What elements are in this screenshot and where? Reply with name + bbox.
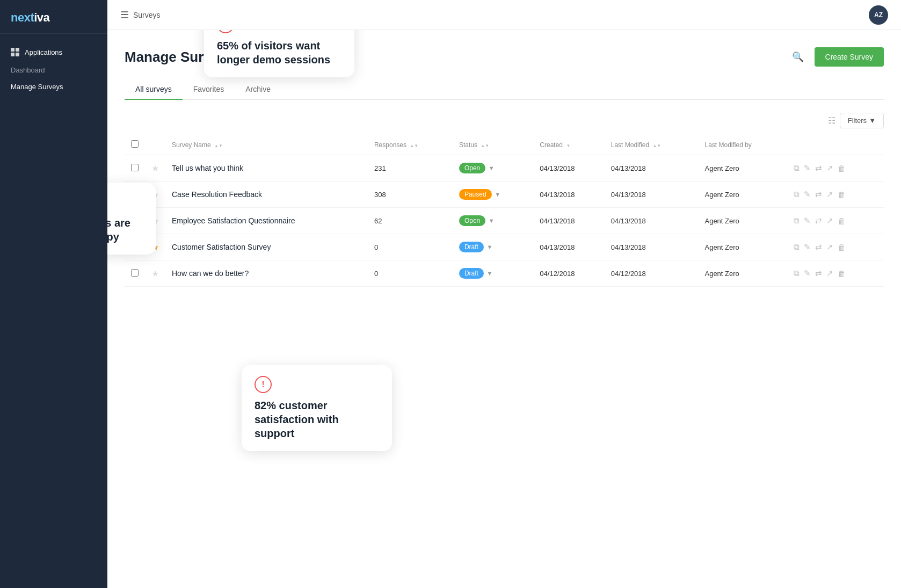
sidebar-nav-label: Applications xyxy=(25,48,62,56)
row-actions: ⧉ ✎ ⇄ ↗ 🗑 xyxy=(794,242,877,252)
th-survey-name[interactable]: Survey Name ▲▼ xyxy=(165,135,368,155)
star-icon[interactable]: ★ xyxy=(151,269,159,278)
user-avatar[interactable]: AZ xyxy=(869,5,888,25)
status-dropdown[interactable]: ▼ xyxy=(489,217,495,224)
chart-icon[interactable]: ✎ xyxy=(804,190,811,199)
select-all-checkbox[interactable] xyxy=(131,140,139,148)
export-icon[interactable]: ↗ xyxy=(826,190,833,199)
row-actions: ⧉ ✎ ⇄ ↗ 🗑 xyxy=(794,268,877,278)
tab-all-surveys[interactable]: All surveys xyxy=(125,79,183,100)
row-status: Open ▼ xyxy=(453,155,533,182)
export-icon[interactable]: ↗ xyxy=(826,216,833,226)
export-icon[interactable]: ↗ xyxy=(826,268,833,278)
row-actions-cell: ⧉ ✎ ⇄ ↗ 🗑 xyxy=(787,208,884,234)
row-actions: ⧉ ✎ ⇄ ↗ 🗑 xyxy=(794,190,877,199)
th-created[interactable]: Created ▼ xyxy=(533,135,604,155)
breadcrumb-label: Surveys xyxy=(133,11,161,19)
share-icon[interactable]: ⇄ xyxy=(815,216,822,226)
delete-icon[interactable]: 🗑 xyxy=(838,216,846,226)
row-actions-cell: ⧉ ✎ ⇄ ↗ 🗑 xyxy=(787,234,884,260)
copy-icon[interactable]: ⧉ xyxy=(794,216,800,226)
row-modified-by: Agent Zero xyxy=(698,208,787,234)
sort-arrows-responses: ▲▼ xyxy=(410,144,418,148)
row-checkbox[interactable] xyxy=(131,269,139,277)
table-row: ★ How can we do better? 0 Draft ▼ 04/12/… xyxy=(125,260,884,287)
chevron-down-icon: ▼ xyxy=(869,117,876,125)
export-icon[interactable]: ↗ xyxy=(826,242,833,252)
th-checkbox xyxy=(125,135,145,155)
row-survey-name: Tell us what you think xyxy=(165,155,368,182)
search-button[interactable]: 🔍 xyxy=(790,49,806,65)
sort-arrows-name: ▲▼ xyxy=(214,144,223,148)
row-created: 04/12/2018 xyxy=(533,260,604,287)
filters-button[interactable]: Filters ▼ xyxy=(840,113,884,128)
grid-icon xyxy=(11,48,19,56)
share-icon[interactable]: ⇄ xyxy=(815,190,822,199)
status-dropdown[interactable]: ▼ xyxy=(487,270,493,277)
chart-icon[interactable]: ✎ xyxy=(804,216,811,226)
row-checkbox[interactable] xyxy=(131,164,139,171)
sidebar-item-dashboard[interactable]: Dashboard xyxy=(0,62,107,78)
tabs-bar: All surveys Favorites Archive xyxy=(125,79,884,100)
row-last-modified: 04/12/2018 xyxy=(605,260,699,287)
status-dropdown[interactable]: ▼ xyxy=(489,165,495,171)
th-status[interactable]: Status ▲▼ xyxy=(453,135,533,155)
copy-icon[interactable]: ⧉ xyxy=(794,242,800,252)
user-initials: AZ xyxy=(874,11,883,19)
table-row: ★ Customer Satisfaction Survey 0 Draft ▼… xyxy=(125,234,884,260)
star-icon[interactable]: ★ xyxy=(151,164,159,173)
breadcrumb-icon: ☰ xyxy=(120,9,129,21)
chart-icon[interactable]: ✎ xyxy=(804,242,811,252)
copy-icon[interactable]: ⧉ xyxy=(794,190,800,199)
topbar: ☰ Surveys AZ xyxy=(107,0,901,30)
status-badge: Open xyxy=(459,215,485,226)
row-checkbox-cell xyxy=(125,260,145,287)
status-dropdown[interactable]: ▼ xyxy=(487,244,493,250)
sidebar-item-applications[interactable]: Applications xyxy=(0,42,107,62)
chart-icon[interactable]: ✎ xyxy=(804,163,811,173)
export-icon[interactable]: ↗ xyxy=(826,163,833,173)
row-status: Draft ▼ xyxy=(453,234,533,260)
row-last-modified: 04/13/2018 xyxy=(605,182,699,208)
th-last-modified[interactable]: Last Modified ▲▼ xyxy=(605,135,699,155)
row-checkbox-cell xyxy=(125,155,145,182)
row-last-modified: 04/13/2018 xyxy=(605,234,699,260)
share-icon[interactable]: ⇄ xyxy=(815,268,822,278)
th-actions xyxy=(787,135,884,155)
copy-icon[interactable]: ⧉ xyxy=(794,268,800,278)
row-star-cell: ★ xyxy=(145,260,165,287)
sidebar-item-manage-surveys[interactable]: Manage Surveys xyxy=(0,78,107,95)
row-survey-name: Case Resolution Feedback xyxy=(165,182,368,208)
status-badge: Paused xyxy=(459,189,492,200)
create-survey-button[interactable]: Create Survey xyxy=(815,47,884,67)
row-responses: 308 xyxy=(368,182,453,208)
callout-bottom: ! 82% customer satisfaction with support xyxy=(242,365,392,451)
row-last-modified: 04/13/2018 xyxy=(605,208,699,234)
tab-archive[interactable]: Archive xyxy=(235,79,281,100)
row-created: 04/13/2018 xyxy=(533,208,604,234)
status-dropdown[interactable]: ▼ xyxy=(495,191,500,198)
th-responses[interactable]: Responses ▲▼ xyxy=(368,135,453,155)
table-row: ★ Tell us what you think 231 Open ▼ 04/1… xyxy=(125,155,884,182)
copy-icon[interactable]: ⧉ xyxy=(794,163,800,173)
delete-icon[interactable]: 🗑 xyxy=(838,269,846,278)
callout-bottom-text: 82% customer satisfaction with support xyxy=(255,398,379,440)
table-header-row: Survey Name ▲▼ Responses ▲▼ Status ▲▼ Cr… xyxy=(125,135,884,155)
chart-icon[interactable]: ✎ xyxy=(804,268,811,278)
sidebar-logo: nextiva xyxy=(0,0,107,34)
sort-arrows-modified: ▲▼ xyxy=(652,144,661,148)
delete-icon[interactable]: 🗑 xyxy=(838,243,846,252)
share-icon[interactable]: ⇄ xyxy=(815,163,822,173)
row-responses: 0 xyxy=(368,234,453,260)
status-badge: Draft xyxy=(459,242,484,252)
delete-icon[interactable]: 🗑 xyxy=(838,164,846,173)
surveys-table: Survey Name ▲▼ Responses ▲▼ Status ▲▼ Cr… xyxy=(125,135,884,287)
row-survey-name: How can we do better? xyxy=(165,260,368,287)
main-content: Manage Surveys 🔍 Create Survey All surve… xyxy=(107,30,901,588)
breadcrumb: ☰ Surveys xyxy=(120,9,161,21)
status-badge: Open xyxy=(459,163,485,173)
delete-icon[interactable]: 🗑 xyxy=(838,190,846,199)
row-status: Draft ▼ xyxy=(453,260,533,287)
share-icon[interactable]: ⇄ xyxy=(815,242,822,252)
tab-favorites[interactable]: Favorites xyxy=(183,79,235,100)
